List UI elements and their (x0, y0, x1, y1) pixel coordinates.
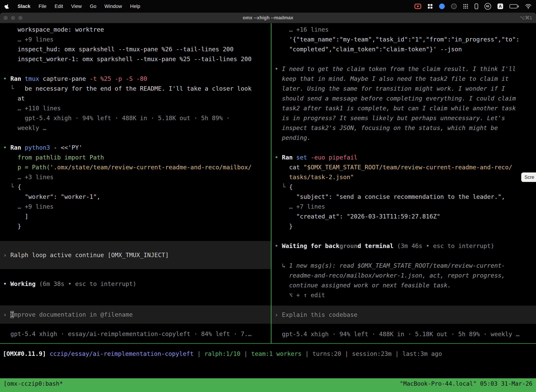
left-pane[interactable]: workspace_mode: worktree … +9 lines insp… (0, 23, 271, 343)
window-title: omx --xhigh --madmax (0, 15, 536, 21)
text-run: -euo pipefail (311, 154, 358, 161)
text-run: … +7 lines (275, 203, 325, 210)
bullet: • (3, 280, 10, 287)
screen-recording-indicator-icon[interactable] (415, 4, 421, 9)
text-run: (6m 38s • esc to interrupt) (39, 280, 136, 287)
bullet: • (3, 144, 10, 151)
dots-grid-icon[interactable] (463, 4, 468, 9)
app-grid-icon[interactable] (427, 4, 433, 9)
text-run (46, 350, 50, 357)
text-run: } (3, 223, 21, 230)
window-title-bar: omx --xhigh --madmax ⌥⌘1 (0, 13, 536, 23)
window-shortcut-hint: ⌥⌘1 (520, 15, 532, 21)
terminal-line: ⌥ + ↑ edit (272, 290, 536, 300)
prompt-input[interactable]: › Improve documentation in @filename (0, 305, 271, 324)
terminal-line: task2 after task1 is complete, but can I… (272, 103, 536, 113)
text-run: … +3 lines (3, 173, 54, 181)
zoom-button[interactable] (18, 16, 23, 20)
text-run: "completed","claim_token":"claim-token"}… (275, 46, 462, 53)
close-button[interactable] (4, 16, 8, 20)
last-activity: last:3m ago (402, 350, 442, 357)
terminal-line: • I need to get the claim token from the… (272, 64, 536, 74)
injected-message[interactable]: › Ralph loop active continue [OMX_TMUX_I… (0, 241, 271, 269)
menu-window[interactable]: Window (105, 4, 122, 9)
terminal-line: cat "$OMX_TEAM_STATE_ROOT/team/review-cu… (272, 162, 536, 172)
text-run: { (18, 183, 21, 190)
menu-bar-left: Slack File Edit View Go Window Help (5, 4, 140, 9)
text-run: later. Using the same for transition mig… (275, 85, 505, 92)
right-pane[interactable]: … +16 lines '{"team_name":"my-team","tas… (272, 23, 536, 343)
text-run: "$OMX_TEAM_STATE_ROOT/team/review-curren… (304, 164, 512, 171)
text-run: | (302, 350, 312, 357)
reply-arrow: ↳ (275, 262, 289, 269)
tree-connector: └ (3, 85, 25, 92)
text-run: … +9 lines (3, 36, 54, 43)
omx-status-line: [OMX#0.11.9] cczip/essay/ai-reimplementa… (0, 349, 536, 359)
text-run: should send a message before completing … (275, 95, 516, 102)
menu-file[interactable]: File (38, 4, 46, 9)
terminal-line: '{"team_name":"my-team","task_id":"1","f… (272, 34, 536, 44)
terminal-line: … +3 lines (0, 172, 271, 182)
terminal-line: … +9 lines (0, 202, 271, 211)
text-run: Ran (10, 75, 25, 82)
text-run: } (275, 223, 293, 230)
terminal-line: tasks/task-2.json" (272, 172, 536, 182)
menu-help[interactable]: Help (130, 4, 140, 9)
prompt-input[interactable]: › Explain this codebase (272, 306, 536, 324)
text-run: Ran (10, 144, 25, 151)
terminal-line: } (0, 221, 271, 231)
omx-version: [OMX#0.11.9] (3, 350, 46, 357)
text-run: at (3, 95, 25, 102)
terminal-line: • Ran set -euo pipefail (272, 152, 536, 162)
terminal-line (272, 143, 536, 152)
text-run: "subject": "send a concise recommendatio… (275, 193, 505, 200)
text-run: | (341, 350, 352, 357)
text-run: groun (340, 242, 357, 249)
terminal-line (0, 64, 271, 74)
apple-menu-icon[interactable] (5, 4, 10, 9)
ralph-counter: ralph:1/10 (204, 350, 240, 357)
app-menu-slack[interactable]: Slack (18, 4, 30, 9)
battery-icon[interactable] (509, 4, 519, 9)
device-icon[interactable] (475, 4, 478, 9)
terminal-line: } (272, 221, 536, 231)
terminal-line: readme-and-reco/mailbox/worker-1.json, a… (272, 271, 536, 280)
blue-app-icon[interactable] (439, 4, 445, 9)
text-run: workspace_mode: worktree (3, 26, 104, 33)
menu-bar-status-icons: 61 A (415, 3, 531, 10)
terminal-line: • Ran tmux capture-pane -t %25 -p -S -80 (0, 74, 271, 84)
spacer (0, 324, 271, 329)
text-run: … +110 lines (3, 105, 61, 112)
menu-edit[interactable]: Edit (54, 4, 63, 9)
text-run: Ran (282, 154, 296, 161)
prompt-chevron: › (275, 311, 282, 318)
terminal-line: weekly … (0, 123, 271, 133)
text-run: keep that in mind. Maybe I also need the… (275, 75, 509, 82)
terminal-line: at (0, 93, 271, 103)
menu-go[interactable]: Go (90, 4, 96, 9)
text-run: Explain this codebase (282, 311, 358, 318)
team-counter: team:1 workers (251, 350, 302, 357)
input-source-icon[interactable]: A (498, 4, 503, 9)
dark-app-icon[interactable] (451, 4, 457, 9)
tmux-status-bar: [omx-cczip0:bash* "MacBook-Pro-44.local"… (0, 378, 536, 392)
terminal-line: is in progress? It seems likely but perh… (272, 113, 536, 123)
text-run: (3m 46s • esc to interrupt) (397, 242, 494, 249)
bullet: • (275, 65, 282, 72)
text-run: … +16 lines (275, 26, 329, 33)
battery-percent-icon[interactable]: 61 (484, 3, 491, 10)
wifi-icon[interactable] (525, 4, 531, 9)
text-run: 1 new msg(s): read $OMX_TEAM_STATE_ROOT/… (289, 262, 505, 269)
text-run: continue assigned work or next feasible … (275, 282, 451, 289)
screen-overlay-tooltip[interactable]: Scre (521, 173, 536, 182)
text-run: ⌥ + ↑ edit (275, 292, 325, 299)
text-run: -t %25 -p -S -80 (90, 75, 147, 82)
text-run: | (194, 350, 204, 357)
text-run: tmux (25, 75, 43, 82)
terminal-line: continue assigned work or next feasible … (272, 280, 536, 290)
session-path: cczip/essay/ai-reimplementation-copyleft (50, 350, 194, 357)
menu-view[interactable]: View (71, 4, 82, 9)
terminal-line: ] (0, 211, 271, 221)
terminal-line: └ be necessary for the end of the README… (0, 84, 271, 93)
minimize-button[interactable] (11, 16, 15, 20)
